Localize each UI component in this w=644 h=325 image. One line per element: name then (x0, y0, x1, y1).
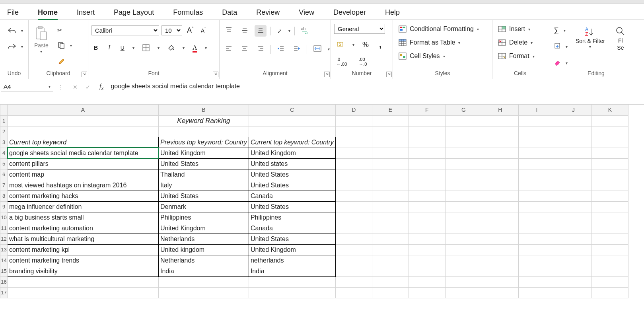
cell[interactable] (409, 180, 445, 191)
chevron-down-icon[interactable]: ▾ (566, 61, 568, 65)
borders-button[interactable] (140, 43, 152, 53)
fill-color-button[interactable] (165, 43, 177, 53)
cell[interactable] (555, 191, 591, 201)
cell[interactable] (372, 137, 409, 148)
undo-button[interactable] (5, 25, 19, 36)
cell[interactable] (482, 212, 518, 223)
cell[interactable]: United Kingdom (159, 148, 249, 158)
cell[interactable] (445, 287, 482, 298)
cell[interactable] (409, 158, 445, 169)
cell[interactable] (555, 276, 591, 287)
comma-button[interactable]: , (377, 38, 384, 51)
cell[interactable] (555, 234, 591, 244)
cell[interactable] (372, 191, 409, 201)
cancel-formula-button[interactable]: ✕ (70, 82, 80, 92)
cell[interactable] (555, 244, 591, 255)
accounting-format-button[interactable]: $ (334, 39, 347, 51)
cell[interactable] (372, 244, 409, 255)
cell[interactable] (555, 158, 591, 169)
cell[interactable] (518, 255, 555, 266)
cell[interactable] (445, 234, 482, 244)
align-left-button[interactable] (223, 43, 235, 55)
cell[interactable] (555, 287, 591, 298)
cell[interactable]: Netherlands (159, 255, 249, 266)
cell[interactable]: Italy (159, 180, 249, 191)
chevron-down-icon[interactable]: ▾ (328, 47, 330, 51)
cell[interactable]: branding visibility (8, 266, 159, 276)
cell[interactable]: Netherlands (159, 234, 249, 244)
cell[interactable] (482, 169, 518, 180)
chevron-down-icon[interactable]: ▾ (205, 46, 207, 50)
cell[interactable] (591, 148, 628, 158)
tab-insert[interactable]: Insert (76, 6, 95, 21)
format-as-table-button[interactable]: Format as Table ▾ (396, 37, 463, 48)
row-header[interactable]: 10 (0, 212, 8, 223)
conditional-formatting-button[interactable]: Conditional Formatting ▾ (396, 24, 481, 34)
cell[interactable]: Philippines (159, 212, 249, 223)
row-header[interactable]: 5 (0, 158, 8, 169)
cell[interactable] (482, 276, 518, 287)
cell[interactable] (8, 115, 159, 126)
cell[interactable] (409, 255, 445, 266)
row-header[interactable]: 13 (0, 244, 8, 255)
cell[interactable]: United Kingdom (249, 244, 335, 255)
cell[interactable] (445, 148, 482, 158)
cell[interactable] (518, 191, 555, 201)
cell[interactable] (482, 180, 518, 191)
row-header[interactable]: 17 (0, 287, 8, 298)
col-header[interactable]: F (409, 105, 445, 115)
cell[interactable] (555, 201, 591, 212)
cell[interactable] (445, 169, 482, 180)
cell[interactable] (409, 169, 445, 180)
fill-button[interactable] (551, 41, 563, 53)
cell[interactable] (372, 148, 409, 158)
tab-review[interactable]: Review (255, 6, 280, 21)
cell[interactable] (372, 201, 409, 212)
chevron-down-icon[interactable]: ▾ (49, 84, 51, 89)
cell[interactable] (445, 244, 482, 255)
cell[interactable]: google sheets social media calendar temp… (8, 148, 159, 158)
col-header[interactable]: K (591, 105, 628, 115)
cell[interactable]: mega influencer definition (8, 201, 159, 212)
align-right-button[interactable] (255, 43, 267, 55)
cell[interactable] (482, 148, 518, 158)
font-name-select[interactable]: Calibri (91, 25, 159, 35)
delete-cells-button[interactable]: Delete ▾ (496, 37, 535, 48)
cell[interactable] (409, 244, 445, 255)
cell[interactable]: United States (159, 158, 249, 169)
cell[interactable] (159, 126, 249, 137)
cell[interactable] (482, 287, 518, 298)
cell[interactable] (518, 201, 555, 212)
cell[interactable] (335, 201, 372, 212)
cell[interactable]: Philippines (249, 212, 335, 223)
cell[interactable] (555, 115, 591, 126)
cell[interactable] (591, 255, 628, 266)
cell[interactable] (518, 234, 555, 244)
cell[interactable] (591, 266, 628, 276)
cell[interactable]: United kingdom (159, 244, 249, 255)
row-header[interactable]: 4 (0, 148, 8, 158)
cell[interactable] (335, 148, 372, 158)
paste-button[interactable]: Paste ▾ (32, 24, 51, 55)
row-header[interactable]: 8 (0, 191, 8, 201)
cell[interactable]: United states (249, 158, 335, 169)
cell[interactable] (409, 137, 445, 148)
cell[interactable] (409, 191, 445, 201)
cell[interactable] (555, 126, 591, 137)
cell[interactable] (591, 234, 628, 244)
cell[interactable]: content marketing hacks (8, 191, 159, 201)
cell[interactable] (335, 158, 372, 169)
cell[interactable] (372, 212, 409, 223)
header-cell[interactable]: Current top keyword: Country (249, 137, 335, 148)
chevron-down-icon[interactable]: ▾ (352, 43, 354, 47)
sort-filter-button[interactable]: AZ Sort & Filter ▾ (573, 25, 607, 51)
cell[interactable] (372, 169, 409, 180)
cell[interactable]: what is multicultural marketing (8, 234, 159, 244)
tab-data[interactable]: Data (221, 6, 238, 21)
insert-cells-button[interactable]: Insert ▾ (496, 24, 533, 34)
cell[interactable] (445, 276, 482, 287)
tab-developer[interactable]: Developer (333, 6, 367, 21)
cell[interactable] (518, 266, 555, 276)
font-launcher[interactable]: ⇲ (213, 72, 218, 77)
cell[interactable] (159, 276, 249, 287)
